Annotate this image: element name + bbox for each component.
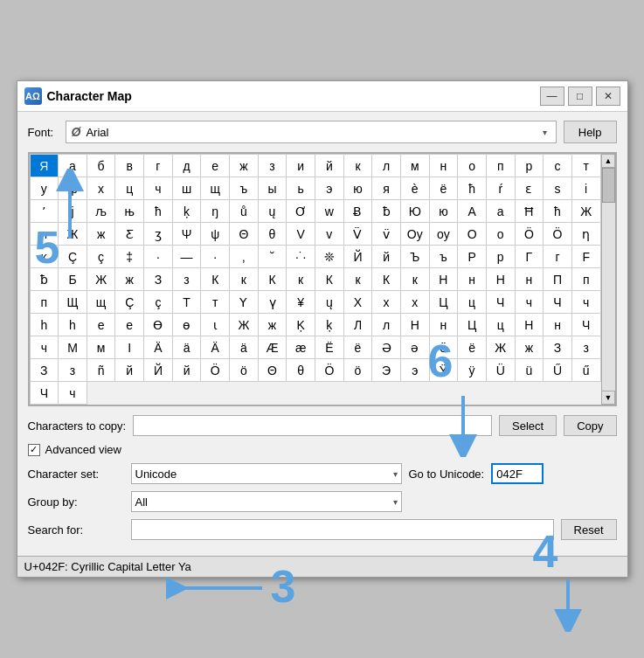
char-cell[interactable]: ƀ bbox=[372, 200, 401, 223]
char-cell[interactable]: з bbox=[572, 336, 601, 359]
char-cell[interactable]: V bbox=[287, 223, 315, 246]
char-cell[interactable]: м bbox=[87, 336, 116, 359]
char-cell[interactable]: Г bbox=[516, 246, 544, 268]
char-cell[interactable]: М bbox=[59, 336, 87, 359]
char-cell[interactable]: O bbox=[458, 223, 487, 246]
char-cell[interactable]: э bbox=[315, 177, 344, 200]
char-cell[interactable]: o bbox=[487, 223, 516, 246]
char-cell[interactable]: Oy bbox=[401, 223, 430, 246]
char-cell[interactable]: ö bbox=[344, 359, 373, 382]
char-cell[interactable]: · bbox=[144, 246, 173, 268]
char-cell[interactable]: ъ bbox=[230, 177, 259, 200]
char-cell[interactable]: Щ bbox=[59, 291, 87, 314]
char-cell[interactable]: Ч bbox=[487, 291, 516, 314]
char-cell[interactable]: ц bbox=[115, 177, 144, 200]
char-cell[interactable]: ħ bbox=[144, 200, 173, 223]
char-cell[interactable]: · bbox=[201, 246, 230, 268]
advanced-view-checkbox-label[interactable]: ✓ Advanced view bbox=[28, 443, 121, 456]
char-cell[interactable]: о bbox=[458, 155, 487, 177]
char-cell[interactable]: К bbox=[201, 268, 230, 291]
char-cell[interactable]: ɵ bbox=[173, 314, 202, 336]
char-cell[interactable]: h bbox=[31, 314, 59, 336]
char-cell[interactable]: й bbox=[115, 359, 144, 382]
char-cell[interactable]: ç bbox=[144, 291, 173, 314]
char-cell[interactable]: ю bbox=[344, 177, 373, 200]
char-cell[interactable]: Й bbox=[344, 246, 373, 268]
char-cell[interactable]: х bbox=[372, 291, 401, 314]
char-cell[interactable]: ë bbox=[344, 336, 373, 359]
char-cell[interactable]: э bbox=[401, 359, 430, 382]
char-cell[interactable]: З bbox=[144, 268, 173, 291]
char-cell[interactable]: Т bbox=[173, 291, 202, 314]
char-cell[interactable]: ч bbox=[59, 382, 87, 405]
char-cell[interactable]: З bbox=[544, 336, 572, 359]
reset-button[interactable]: Reset bbox=[561, 519, 617, 540]
copy-input[interactable] bbox=[133, 415, 492, 436]
char-cell[interactable]: ʼ bbox=[31, 200, 59, 223]
help-button[interactable]: Help bbox=[564, 121, 617, 143]
char-cell[interactable]: и bbox=[287, 155, 315, 177]
char-cell[interactable]: Ж bbox=[487, 336, 516, 359]
char-cell[interactable]: л bbox=[372, 155, 401, 177]
char-cell[interactable]: ƀ bbox=[31, 268, 59, 291]
char-cell[interactable]: ə bbox=[401, 336, 430, 359]
char-cell[interactable]: ɛ bbox=[516, 177, 544, 200]
char-cell[interactable]: Ÿ bbox=[430, 359, 459, 382]
char-cell[interactable]: ħ bbox=[458, 177, 487, 200]
char-cell[interactable]: æ bbox=[287, 336, 315, 359]
char-cell[interactable]: Ơ bbox=[287, 200, 315, 223]
char-cell[interactable]: Æ bbox=[259, 336, 287, 359]
char-cell[interactable]: ч bbox=[144, 177, 173, 200]
char-cell[interactable]: е bbox=[201, 155, 230, 177]
char-cell[interactable]: е bbox=[115, 314, 144, 336]
char-cell[interactable]: н bbox=[458, 268, 487, 291]
char-cell[interactable]: ë bbox=[458, 336, 487, 359]
char-cell[interactable]: з bbox=[173, 268, 202, 291]
char-cell[interactable]: è bbox=[401, 177, 430, 200]
char-cell[interactable]: Р bbox=[458, 246, 487, 268]
char-cell[interactable]: Θ bbox=[230, 223, 259, 246]
char-cell[interactable]: р bbox=[516, 155, 544, 177]
scroll-down-button[interactable]: ▼ bbox=[601, 391, 615, 405]
char-cell[interactable]: н bbox=[516, 268, 544, 291]
char-cell[interactable]: ч bbox=[516, 291, 544, 314]
char-cell[interactable]: н bbox=[544, 314, 572, 336]
char-cell[interactable]: ɩ bbox=[201, 314, 230, 336]
char-cell[interactable]: ш bbox=[173, 177, 202, 200]
char-cell[interactable]: ¥ bbox=[287, 291, 315, 314]
scrollbar-thumb[interactable] bbox=[602, 168, 615, 203]
font-dropdown[interactable]: Ø Arial ▾ bbox=[66, 121, 557, 143]
char-cell[interactable]: Ъ bbox=[401, 246, 430, 268]
char-cell[interactable]: F bbox=[572, 246, 601, 268]
char-cell[interactable]: я bbox=[31, 223, 59, 246]
char-cell[interactable]: Ƀ bbox=[344, 200, 373, 223]
char-cell[interactable]: ж bbox=[87, 223, 116, 246]
char-cell[interactable]: ë bbox=[430, 177, 459, 200]
char-cell[interactable]: к bbox=[287, 268, 315, 291]
char-cell[interactable]: ж bbox=[516, 336, 544, 359]
char-cell[interactable]: Ц bbox=[430, 291, 459, 314]
char-cell[interactable]: Ķ bbox=[287, 314, 315, 336]
char-cell[interactable]: г bbox=[544, 246, 572, 268]
char-cell[interactable]: ц bbox=[487, 314, 516, 336]
char-cell[interactable]: Л bbox=[344, 314, 373, 336]
char-cell[interactable]: ŕ bbox=[487, 177, 516, 200]
char-cell[interactable]: Ä bbox=[144, 336, 173, 359]
char-cell[interactable]: ÿ bbox=[458, 359, 487, 382]
char-cell[interactable]: Ж bbox=[87, 268, 116, 291]
char-cell[interactable]: Ö bbox=[315, 359, 344, 382]
char-cell[interactable]: ʒ bbox=[144, 223, 173, 246]
char-cell[interactable]: Ƹ bbox=[115, 223, 144, 246]
unicode-input[interactable] bbox=[491, 463, 544, 484]
char-cell[interactable]: Ж bbox=[59, 223, 87, 246]
char-cell[interactable]: Ç bbox=[59, 246, 87, 268]
char-cell[interactable]: Ц bbox=[458, 314, 487, 336]
char-cell[interactable]: θ bbox=[259, 223, 287, 246]
char-cell[interactable]: Ч bbox=[31, 382, 59, 405]
char-cell[interactable]: j bbox=[59, 200, 87, 223]
char-cell[interactable]: v̈ bbox=[372, 223, 401, 246]
char-cell[interactable]: oy bbox=[430, 223, 459, 246]
char-cell[interactable]: г bbox=[144, 155, 173, 177]
char-cell[interactable]: Н bbox=[516, 314, 544, 336]
char-cell[interactable]: Ö bbox=[544, 223, 572, 246]
